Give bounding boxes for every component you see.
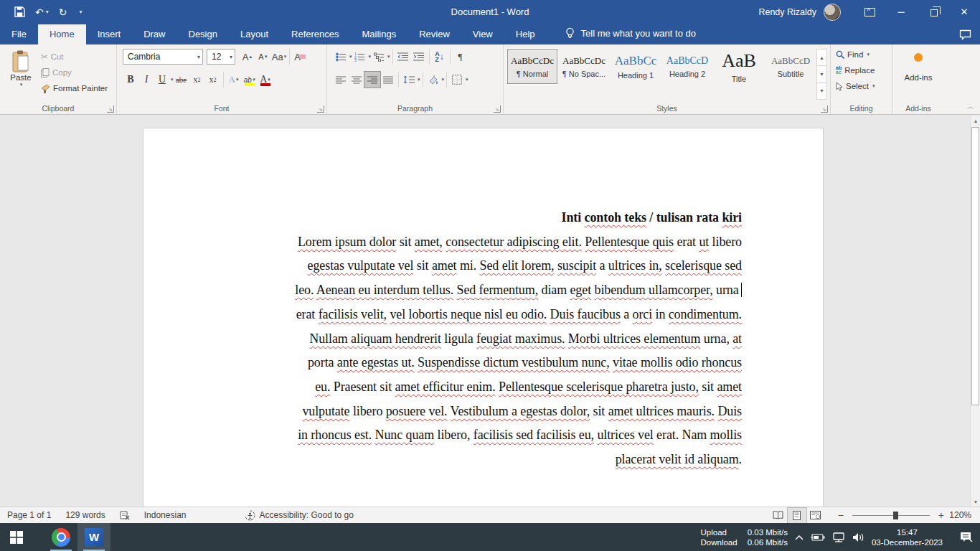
proofing-error-icon[interactable]: [113, 507, 137, 524]
tab-mailings[interactable]: Mailings: [351, 24, 408, 44]
zoom-level[interactable]: 120%: [947, 510, 977, 520]
vertical-scrollbar[interactable]: ▲ ▼: [970, 116, 980, 507]
close-button[interactable]: ✕: [948, 0, 980, 24]
addins-button[interactable]: Add-ins: [905, 73, 933, 82]
font-size-select[interactable]: 12▾: [207, 49, 235, 65]
tab-file[interactable]: File: [0, 24, 38, 44]
document-line[interactable]: Nullam aliquam hendrerit ligula feugiat …: [309, 331, 742, 347]
subscript-button[interactable]: x2: [189, 72, 205, 88]
paste-dropdown-icon[interactable]: ▾: [20, 82, 23, 88]
multilevel-list-button[interactable]: [371, 49, 387, 65]
language-indicator[interactable]: Indonesian: [137, 507, 194, 524]
increase-indent-button[interactable]: [411, 49, 427, 65]
document-line[interactable]: egestas vulputate vel sit amet mi. Sed e…: [308, 258, 742, 273]
web-layout-icon[interactable]: [806, 508, 825, 523]
copy-button[interactable]: Copy: [39, 65, 110, 80]
word-taskbar-icon[interactable]: W: [77, 523, 110, 551]
tab-view[interactable]: View: [461, 24, 504, 44]
tab-home[interactable]: Home: [38, 24, 86, 44]
comments-icon[interactable]: [959, 29, 971, 40]
document-line[interactable]: porta ante egestas ut. Suspendisse dictu…: [308, 355, 742, 370]
volume-icon[interactable]: [852, 532, 864, 542]
highlight-button[interactable]: ab▾: [242, 72, 258, 88]
paste-button[interactable]: Paste ▾: [3, 47, 39, 101]
align-left-button[interactable]: [333, 72, 349, 88]
shading-dropdown-icon[interactable]: ▾: [442, 77, 445, 83]
sort-button[interactable]: AZ↓: [432, 49, 448, 65]
cut-button[interactable]: ✂Cut: [39, 49, 110, 65]
tab-review[interactable]: Review: [407, 24, 461, 44]
borders-dropdown-icon[interactable]: ▾: [466, 77, 468, 83]
scrollbar-thumb[interactable]: [971, 127, 979, 405]
borders-button[interactable]: [449, 72, 465, 88]
align-right-button[interactable]: [364, 72, 380, 88]
format-painter-button[interactable]: Format Painter: [39, 80, 110, 96]
document-line[interactable]: eu. Praesent sit amet efficitur enim. Pe…: [315, 380, 742, 395]
account-name[interactable]: Rendy Rizaldy: [758, 7, 816, 17]
strikethrough-button[interactable]: abe: [174, 72, 189, 88]
tab-references[interactable]: References: [280, 24, 350, 44]
tab-layout[interactable]: Layout: [229, 24, 280, 44]
page-indicator[interactable]: Page 1 of 1: [0, 507, 58, 524]
clear-formatting-button[interactable]: A: [292, 49, 308, 65]
style-title[interactable]: AaBTitle: [714, 49, 764, 84]
tell-me-box[interactable]: Tell me what you want to do: [565, 27, 696, 44]
zoom-slider-thumb[interactable]: [893, 512, 898, 519]
multilevel-dropdown-icon[interactable]: ▾: [387, 54, 390, 60]
zoom-out-button[interactable]: −: [835, 509, 847, 521]
font-family-select[interactable]: Cambria▾: [123, 49, 203, 65]
read-mode-icon[interactable]: [769, 508, 788, 523]
tab-insert[interactable]: Insert: [86, 24, 133, 44]
styles-scroll-up-icon[interactable]: ▲: [817, 50, 826, 66]
scroll-up-icon[interactable]: ▲: [971, 116, 980, 126]
underline-button[interactable]: U: [154, 72, 170, 88]
save-icon[interactable]: [14, 6, 25, 17]
style--normal[interactable]: AaBbCcDc¶ Normal: [507, 49, 557, 84]
print-layout-icon[interactable]: [788, 508, 806, 523]
avatar[interactable]: [824, 4, 841, 21]
zoom-slider[interactable]: [852, 515, 930, 516]
grow-font-button[interactable]: A▲: [240, 49, 255, 65]
replace-button[interactable]: abac Replace: [834, 62, 889, 78]
document-line[interactable]: placerat velit id aliquam.: [616, 452, 742, 467]
shrink-font-button[interactable]: A▼: [255, 49, 271, 65]
justify-button[interactable]: [380, 72, 396, 88]
document-line[interactable]: erat facilisis velit, vel lobortis neque…: [296, 307, 742, 322]
undo-icon[interactable]: ↶▾: [35, 6, 49, 18]
line-spacing-button[interactable]: [401, 72, 417, 88]
bold-button[interactable]: B: [123, 72, 138, 88]
styles-scroll-down-icon[interactable]: ▼: [817, 66, 826, 83]
accessibility-status[interactable]: Accessibility: Good to go: [237, 507, 360, 524]
tab-help[interactable]: Help: [504, 24, 547, 44]
minimize-button[interactable]: ─: [885, 0, 917, 24]
tab-design[interactable]: Design: [177, 24, 229, 44]
document-heading[interactable]: Inti contoh teks / tulisan rata kiri: [562, 210, 742, 225]
scroll-down-icon[interactable]: ▼: [971, 496, 980, 507]
addins-icon[interactable]: [914, 53, 923, 62]
style-heading-1[interactable]: AaBbCcHeading 1: [611, 49, 661, 84]
customize-qat-icon[interactable]: ▾: [77, 9, 82, 15]
style-heading-2[interactable]: AaBbCcDHeading 2: [662, 49, 712, 84]
document-canvas[interactable]: Inti contoh teks / tulisan rata kiriLore…: [0, 116, 970, 507]
document-line[interactable]: Lorem ipsum dolor sit amet, consectetur …: [298, 235, 742, 250]
show-marks-button[interactable]: ¶: [453, 49, 468, 65]
font-dialog-launcher-icon[interactable]: [317, 105, 324, 113]
document-line[interactable]: in rhoncus est. Nunc quam libero, facili…: [298, 428, 742, 443]
styles-dialog-launcher-icon[interactable]: [821, 105, 828, 113]
action-center-icon[interactable]: [960, 532, 973, 543]
battery-icon[interactable]: [811, 533, 825, 542]
network-speed-widget[interactable]: UploadDownload 0.03 Mbit/s0.06 Mbit/s: [701, 527, 788, 547]
network-icon[interactable]: [832, 532, 845, 542]
bullets-button[interactable]: [333, 49, 349, 65]
word-count[interactable]: 129 words: [58, 507, 112, 524]
clipboard-dialog-launcher-icon[interactable]: [107, 105, 114, 113]
document-line[interactable]: leo. Aenean eu interdum tellus. Sed ferm…: [295, 283, 742, 298]
change-case-button[interactable]: Aa▾: [271, 49, 287, 65]
line-spacing-dropdown-icon[interactable]: ▾: [418, 77, 420, 83]
text-effects-button[interactable]: A▾: [226, 72, 242, 88]
decrease-indent-button[interactable]: [395, 49, 411, 65]
redo-icon[interactable]: ↻: [59, 6, 67, 18]
shading-button[interactable]: [425, 72, 441, 88]
ribbon-display-options-icon[interactable]: [854, 0, 885, 24]
start-button[interactable]: [0, 523, 33, 551]
